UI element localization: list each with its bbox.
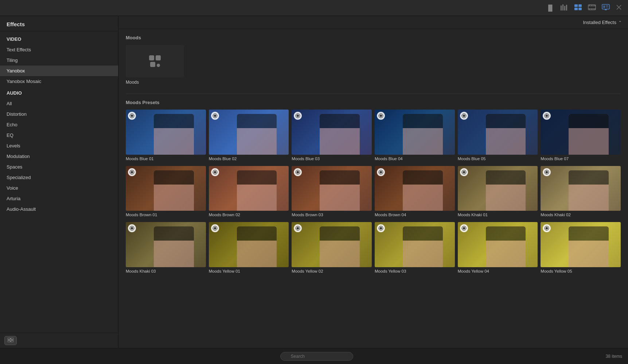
svg-line-197 [465,229,465,230]
sidebar-item-voice[interactable]: Voice [0,183,118,193]
shutter-icon [460,168,468,176]
sidebar-item-specialized[interactable]: Specialized [0,172,118,183]
sidebar-item-yanobox-mosaic[interactable]: Yanobox Mosaic [0,76,118,87]
sidebar-item-levels[interactable]: Levels [0,141,118,151]
svg-line-146 [545,170,546,171]
shutter-icon [377,168,385,176]
sidebar-item-tiling[interactable]: Tiling [0,55,118,66]
svg-rect-5 [578,4,582,7]
close-icon[interactable] [616,4,622,12]
moods-thumb [126,45,184,78]
preset-item[interactable]: Moods Blue 01 [126,110,206,161]
preset-item[interactable]: Moods Brown 03 [292,166,372,217]
svg-line-106 [213,170,214,171]
sidebar-item-modulation[interactable]: Modulation [0,151,118,162]
shutter-icon [543,112,551,120]
waveform-icon[interactable]: ▐▌ [546,5,554,11]
svg-point-181 [380,227,382,229]
preset-thumb [126,166,206,211]
svg-rect-18 [594,9,595,10]
svg-line-179 [296,229,297,230]
presets-grid: Moods Blue 01Moods Blue 02Moods Blue 03M… [126,110,621,277]
sidebar-item-all[interactable]: All [0,98,118,109]
svg-rect-3 [566,5,567,11]
preset-item[interactable]: Moods Blue 03 [292,110,372,161]
sidebar-item-video: VIDEO [0,33,118,44]
svg-rect-29 [11,340,13,342]
preset-item[interactable]: Moods Blue 07 [541,110,621,161]
svg-point-171 [297,227,299,229]
preset-label: Moods Blue 05 [458,157,486,161]
svg-line-46 [213,114,214,115]
svg-line-188 [382,227,383,228]
moods-item[interactable]: Moods [126,45,184,85]
svg-line-77 [465,117,465,118]
preset-item[interactable]: Moods Yellow 02 [292,222,372,273]
svg-line-58 [299,114,300,115]
preset-item[interactable]: Moods Blue 05 [458,110,538,161]
preset-item[interactable]: Moods Brown 02 [209,166,289,217]
sidebar-item-yanobox[interactable]: Yanobox [0,66,118,76]
preset-item[interactable]: Moods Yellow 04 [458,222,538,273]
preset-thumb [541,166,621,211]
film-icon[interactable] [588,4,596,12]
preset-item[interactable]: Moods Yellow 03 [375,222,455,273]
svg-rect-15 [589,9,590,10]
sidebar-item-arturia[interactable]: Arturia [0,193,118,204]
sidebar-item-eq[interactable]: EQ [0,130,118,141]
svg-line-87 [548,117,549,118]
preset-thumb [292,110,372,155]
moods-item-label: Moods [126,80,139,85]
shutter-icon [543,224,551,232]
shutter-icon [128,168,136,176]
preset-item[interactable]: Moods Brown 01 [126,166,206,217]
preset-item[interactable]: Moods Yellow 05 [541,222,621,273]
preset-label: Moods Brown 04 [375,213,406,217]
svg-rect-4 [574,4,578,7]
svg-point-61 [380,115,382,117]
preset-label: Moods Yellow 05 [541,269,572,273]
svg-rect-22 [606,7,608,8]
grid-icon[interactable] [574,4,582,12]
monitor-icon[interactable] [602,4,610,12]
sidebar-item-text-effects[interactable]: Text Effects [0,44,118,55]
svg-line-79 [462,117,463,118]
preset-label: Moods Khaki 03 [126,269,156,273]
preset-label: Moods Brown 01 [126,213,157,217]
preset-label: Moods Khaki 01 [458,213,488,217]
svg-line-127 [382,173,383,174]
sidebar-item-spaces[interactable]: Spaces [0,162,118,172]
search-wrapper: 🔍 [280,352,353,361]
sidebar-item-echo[interactable]: Echo [0,119,118,130]
equalizer-icon[interactable] [560,4,568,12]
search-input[interactable] [280,352,353,361]
sidebar-list: VIDEOText EffectsTilingYanoboxYanobox Mo… [0,31,118,333]
svg-point-71 [463,115,465,117]
preset-thumb [292,222,372,267]
svg-line-99 [130,173,131,174]
installed-effects-button[interactable]: Installed Effects ⌃ [583,20,621,25]
svg-point-161 [214,227,216,229]
svg-line-107 [216,173,217,174]
svg-rect-0 [561,5,562,11]
preset-thumb [541,222,621,267]
preset-item[interactable]: Moods Yellow 01 [209,222,289,273]
preset-thumb [126,110,206,155]
preset-item[interactable]: Moods Blue 04 [375,110,455,161]
sidebar-header: Effects [0,16,118,31]
preset-thumb [375,166,455,211]
svg-line-157 [133,229,134,230]
sidebar-item-distortion[interactable]: Distortion [0,109,118,119]
sidebar-footer-button[interactable] [4,336,17,345]
preset-item[interactable]: Moods Brown 04 [375,166,455,217]
preset-item[interactable]: Moods Khaki 02 [541,166,621,217]
svg-line-119 [296,173,297,174]
svg-line-169 [213,229,214,230]
content-scroll[interactable]: Moods [118,29,628,348]
preset-item[interactable]: Moods Blue 02 [209,110,289,161]
svg-line-137 [465,173,465,174]
content-header: Installed Effects ⌃ [118,16,628,29]
preset-item[interactable]: Moods Khaki 03 [126,222,206,273]
sidebar-item-audio-assault[interactable]: Audio-Assault [0,204,118,214]
preset-item[interactable]: Moods Khaki 01 [458,166,538,217]
